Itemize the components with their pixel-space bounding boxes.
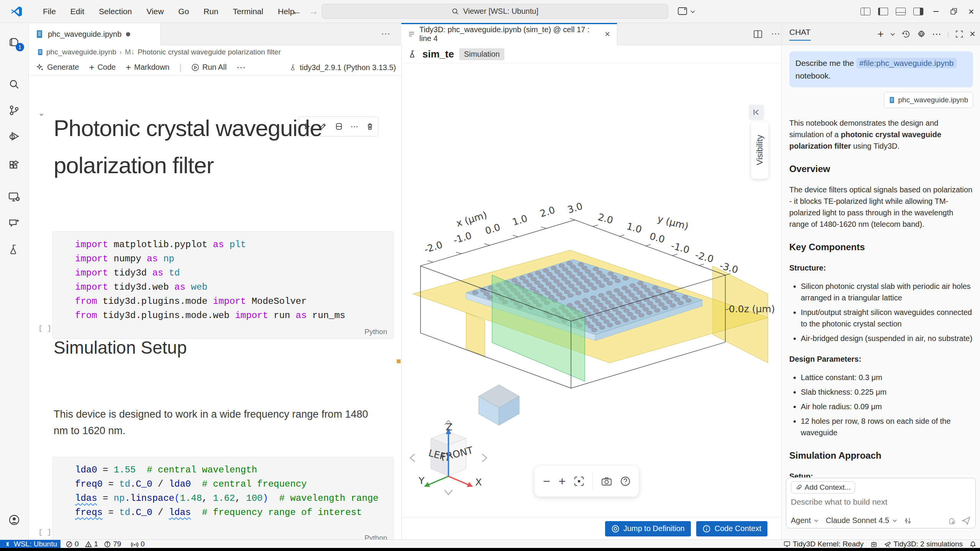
add-context-button[interactable]: Add Context...	[791, 481, 855, 494]
account-button[interactable]	[7, 512, 22, 528]
navigation-cube[interactable]: LEFT FRONT Z Y X	[410, 420, 487, 495]
breadcrumb-file[interactable]: phc_waveguide.ipynb	[46, 48, 116, 56]
toggle-panel-icon[interactable]	[892, 0, 910, 23]
sidebar-item-explorer[interactable]: 1	[7, 34, 22, 50]
rotate-right-icon[interactable]	[482, 454, 487, 462]
sidebar-item-remote-explorer[interactable]	[7, 189, 22, 205]
menu-go[interactable]: Go	[178, 7, 189, 16]
tools-icon[interactable]	[904, 517, 912, 525]
attached-file-chip[interactable]: phc_waveguide.ipynb	[884, 92, 973, 108]
layout-toggle-button[interactable]	[678, 7, 695, 16]
add-markdown-button[interactable]: +Markdown	[126, 62, 169, 73]
menu-terminal[interactable]: Terminal	[233, 7, 263, 16]
toggle-secondary-sidebar-icon[interactable]	[910, 0, 927, 23]
menu-file[interactable]: File	[43, 7, 56, 16]
notifications-button[interactable]	[970, 541, 976, 548]
run-all-button[interactable]: Run All	[191, 63, 226, 72]
menu-edit[interactable]: Edit	[70, 7, 84, 16]
agent-mode-dropdown[interactable]: Agent	[791, 516, 811, 525]
remote-indicator[interactable]: WSL: Ubuntu	[0, 540, 61, 548]
add-code-button[interactable]: +Code	[89, 62, 116, 73]
close-chat-icon[interactable]: ×	[970, 28, 975, 40]
chat-input-box[interactable]: Add Context... Describe what to build ne…	[786, 478, 976, 528]
chat-header: CHAT + ⋯ | ×	[782, 23, 980, 45]
sidebar-item-extensions[interactable]	[7, 158, 22, 173]
bell-icon	[970, 541, 976, 548]
restore-button[interactable]	[945, 0, 962, 23]
collapse-chevron-icon[interactable]: ⌄	[38, 108, 45, 118]
forward-arrow-icon[interactable]: →	[309, 5, 319, 17]
send-icon[interactable]	[962, 517, 971, 525]
new-chat-icon[interactable]: +	[877, 28, 883, 40]
command-center-search[interactable]: Viewer [WSL: Ubuntu]	[322, 4, 668, 19]
close-window-button[interactable]: ×	[962, 0, 980, 23]
kernel-status[interactable]: Tidy3D Kernel: Ready	[784, 540, 864, 548]
viewer-actions-more-icon[interactable]: ⋯	[771, 28, 780, 39]
help-icon[interactable]	[620, 476, 630, 486]
plus-icon: +	[126, 62, 131, 73]
menu-view[interactable]: View	[146, 7, 164, 16]
fit-view-icon[interactable]	[574, 476, 584, 486]
sidebar-item-search[interactable]	[7, 77, 22, 92]
tab-phc-waveguide[interactable]: phc_waveguide.ipynb	[29, 23, 161, 45]
sidebar-item-run-debug[interactable]	[7, 129, 22, 144]
collapse-panel-button[interactable]	[749, 105, 764, 120]
zoom-out-icon[interactable]: −	[543, 474, 550, 489]
problems-warnings[interactable]: 1	[85, 540, 98, 548]
toolbar-more-icon[interactable]: ⋯	[237, 62, 246, 73]
camera-icon[interactable]	[601, 477, 612, 486]
history-icon[interactable]	[901, 30, 911, 39]
visibility-tab[interactable]: Visibility	[751, 121, 769, 179]
expand-icon[interactable]	[955, 30, 964, 38]
breadcrumb[interactable]: phc_waveguide.ipynb › M↓ Photonic crysta…	[29, 45, 401, 59]
editor-actions-more-icon[interactable]: ⋯	[381, 28, 390, 39]
tab-chat[interactable]: CHAT	[789, 28, 811, 41]
gear-icon[interactable]	[917, 30, 926, 39]
ports-indicator[interactable]: 0	[131, 540, 145, 548]
file-reference-chip[interactable]: #file:phc_waveguide.ipynb	[856, 58, 957, 68]
menu-run[interactable]: Run	[204, 7, 219, 16]
robot-indicator[interactable]	[870, 541, 877, 548]
generate-button[interactable]: Generate	[36, 63, 79, 72]
tab-tidy3d-viewer[interactable]: Tidy3D: phc_waveguide.ipynb (sim_te) @ c…	[401, 23, 617, 45]
zoom-in-icon[interactable]: +	[559, 474, 566, 489]
sidebar-item-chat-sparkle[interactable]	[7, 215, 22, 231]
sidebar-item-source-control[interactable]	[7, 103, 22, 118]
code-cell-imports[interactable]: import matplotlib.pyplot as pltimport nu…	[52, 231, 394, 339]
problems-errors[interactable]: 0	[66, 540, 79, 548]
cell-language-label[interactable]: Python	[365, 328, 387, 336]
sidebar-item-testing-flask[interactable]	[7, 242, 22, 257]
notebook-toolbar: Generate +Code +Markdown | Run All ⋯ tid…	[29, 59, 401, 76]
code-editor[interactable]: lda0 = 1.55 # central wavelengthfreq0 = …	[53, 457, 393, 527]
problems-infos[interactable]: 79	[104, 540, 121, 548]
explorer-badge: 1	[16, 43, 24, 51]
breadcrumb-section[interactable]: Photonic crystal waveguide polarization …	[137, 48, 281, 56]
chat-input-placeholder[interactable]: Describe what to build next	[791, 497, 971, 507]
chat-conversation[interactable]: Describe me the #file:phc_waveguide.ipyn…	[782, 45, 980, 477]
search-icon	[452, 8, 459, 15]
tidy3d-scene[interactable]: x (μm) -2.0 -1.0 0.0 1.0 2.0 3.0 y (μm) …	[402, 63, 782, 517]
split-editor-icon[interactable]	[753, 30, 762, 38]
jump-to-definition-button[interactable]: Jump to Definition	[605, 521, 691, 536]
code-cell-parameters[interactable]: lda0 = 1.55 # central wavelengthfreq0 = …	[52, 457, 394, 545]
toggle-sidebar-icon[interactable]	[857, 0, 874, 23]
minimize-button[interactable]: −	[927, 0, 945, 23]
rotate-left-icon[interactable]	[410, 454, 415, 462]
rotate-down-icon[interactable]	[445, 490, 452, 495]
broadcast-icon	[131, 541, 138, 548]
chevron-down-icon[interactable]	[890, 32, 895, 36]
close-tab-icon[interactable]: ×	[605, 29, 610, 39]
code-context-button[interactable]: Code Context	[696, 521, 767, 536]
kernel-picker[interactable]: tidy3d_2.9.1 (Python 3.13.5)	[290, 59, 396, 76]
toggle-primary-sidebar-icon[interactable]	[874, 0, 892, 23]
menu-selection[interactable]: Selection	[99, 7, 132, 16]
code-editor[interactable]: import matplotlib.pyplot as pltimport nu…	[53, 232, 393, 330]
back-arrow-icon[interactable]: ←	[292, 5, 302, 17]
voice-icon[interactable]	[947, 517, 956, 525]
3d-viewport[interactable]: x (μm) -2.0 -1.0 0.0 1.0 2.0 3.0 y (μm) …	[402, 63, 782, 517]
model-dropdown[interactable]: Claude Sonnet 4.5	[826, 516, 889, 525]
chat-more-icon[interactable]: ⋯	[932, 29, 941, 39]
search-placeholder: Viewer [WSL: Ubuntu]	[463, 7, 538, 16]
window-controls: − ×	[857, 0, 980, 23]
tidy3d-simulations[interactable]: Tidy3D: 2 simulations	[884, 540, 963, 548]
